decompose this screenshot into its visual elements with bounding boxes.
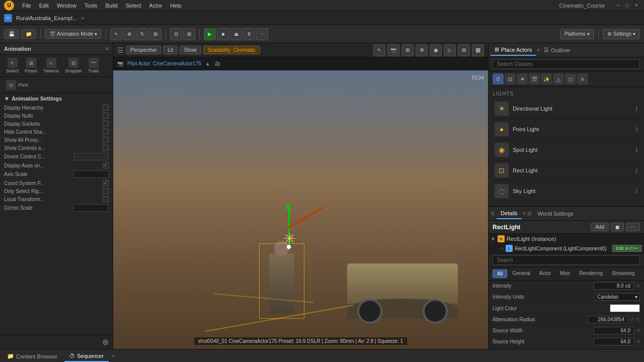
- directional-light-info[interactable]: ℹ: [635, 105, 638, 112]
- tab-streaming[interactable]: Streaming: [608, 269, 639, 278]
- settings-btn[interactable]: ⚙ Settings ▾: [603, 29, 640, 39]
- search-classes-input[interactable]: [493, 59, 640, 69]
- expand-tool[interactable]: ▷: [444, 44, 456, 56]
- setting-check-2[interactable]: [103, 121, 109, 127]
- lit-btn[interactable]: Lit: [163, 46, 178, 54]
- more-play[interactable]: ⋯: [256, 28, 268, 40]
- trails-tool-btn[interactable]: 〜 Trails: [86, 57, 101, 74]
- grid-btn[interactable]: ⊞: [183, 28, 195, 40]
- setting-check-5[interactable]: [103, 145, 109, 151]
- intensity-reset-icon[interactable]: ↺: [636, 283, 640, 289]
- play-button[interactable]: ▶: [204, 28, 216, 40]
- setting-check-7[interactable]: [103, 162, 109, 168]
- pilot-camera-btn[interactable]: 🎥: [214, 61, 220, 66]
- mode-selector[interactable]: 🎬 Animation Mode ▾: [45, 29, 102, 39]
- volumes-btn[interactable]: ◻: [565, 73, 576, 84]
- details-search-input[interactable]: [493, 255, 640, 265]
- viewport-mode-btn[interactable]: ▦: [472, 44, 484, 56]
- setting-check-3[interactable]: [103, 129, 109, 135]
- menu-file[interactable]: File: [18, 2, 35, 10]
- sky-light-item[interactable]: ◌ Sky Light ℹ: [493, 181, 640, 202]
- rect-light-info[interactable]: ℹ: [635, 167, 638, 174]
- light-color-swatch[interactable]: [610, 304, 640, 312]
- camera-add-btn[interactable]: 📷: [387, 44, 399, 56]
- viewport-content[interactable]: ✳ shot0040_01 CineCameraActor175 Preset:…: [113, 70, 488, 349]
- setting-check-9[interactable]: [103, 180, 109, 186]
- pause-button[interactable]: ⏸: [243, 28, 255, 40]
- setting-check-11[interactable]: [103, 196, 109, 202]
- driven-control-input[interactable]: [73, 153, 109, 160]
- pivot-tool-btn[interactable]: ⊙ Pivot: [4, 79, 109, 91]
- sky-light-info[interactable]: ℹ: [635, 188, 638, 195]
- tab-world-settings[interactable]: World Settings: [533, 209, 577, 219]
- menu-edit[interactable]: Edit: [35, 2, 53, 10]
- tab-all[interactable]: All: [493, 269, 507, 278]
- menu-help[interactable]: Help: [166, 2, 186, 10]
- rect-light-item[interactable]: ⊡ Rect Light ℹ: [493, 160, 640, 181]
- settings-tool[interactable]: ⚙: [416, 44, 428, 56]
- gizmo-scale-input[interactable]: 1.0: [73, 204, 109, 212]
- recently-placed-btn[interactable]: ⏱: [493, 73, 504, 84]
- platforms-btn[interactable]: Platforms ▾: [560, 29, 594, 39]
- open-button[interactable]: 📁: [21, 29, 36, 39]
- point-light-info[interactable]: ℹ: [635, 126, 638, 133]
- menu-tools[interactable]: Tools: [80, 2, 102, 10]
- tab-details[interactable]: Details: [497, 208, 522, 219]
- pilot-up-btn[interactable]: ▲: [205, 61, 210, 66]
- actor-row-0[interactable]: ▼ R RectLight (Instance): [489, 234, 644, 244]
- vr-tool[interactable]: ◉: [430, 44, 442, 56]
- source-height-arrow[interactable]: ↺: [636, 339, 640, 344]
- source-height-value[interactable]: 64.0: [594, 338, 634, 345]
- eject-button[interactable]: ⏏: [230, 28, 242, 40]
- perspective-btn[interactable]: Perspective: [126, 46, 161, 54]
- select-tool-btn[interactable]: ↖ Select: [4, 57, 21, 74]
- scalability-btn[interactable]: Scalability: Cinematic: [203, 46, 260, 54]
- intensity-value[interactable]: 8.0 cd: [594, 282, 634, 290]
- visual-effects-btn[interactable]: ✨: [541, 73, 552, 84]
- geometry-btn[interactable]: △: [553, 73, 564, 84]
- setting-check-10[interactable]: [103, 188, 109, 194]
- close-btn[interactable]: ×: [633, 2, 640, 9]
- basic-shapes-btn[interactable]: ⊡: [505, 73, 516, 84]
- cinematic-btn[interactable]: 🎬: [529, 73, 540, 84]
- snap-btn[interactable]: ⊟: [170, 28, 182, 40]
- point-light-item[interactable]: ● Point Light ℹ: [493, 119, 640, 140]
- maximize-btn[interactable]: □: [624, 2, 631, 9]
- directional-light-item[interactable]: ☀ Directional Light ℹ: [493, 99, 640, 119]
- details-close[interactable]: ×: [523, 211, 526, 216]
- rotate-tool[interactable]: ↻: [136, 28, 148, 40]
- menu-window[interactable]: Window: [53, 2, 80, 10]
- tab-sequencer[interactable]: ⏱ Sequencer: [64, 351, 109, 362]
- menu-select[interactable]: Select: [122, 2, 145, 10]
- select-tool[interactable]: ↖: [110, 28, 122, 40]
- save-button[interactable]: 💾: [4, 29, 19, 39]
- grid-tool[interactable]: ⊞: [401, 44, 414, 56]
- edit-cpp-btn[interactable]: Edit in C++: [612, 245, 642, 252]
- maximize-viewport[interactable]: ⊞: [458, 44, 470, 56]
- more-btn[interactable]: ⋯: [626, 223, 640, 231]
- menu-actor[interactable]: Actor: [145, 2, 167, 10]
- tab-actor[interactable]: Actor: [535, 269, 555, 278]
- attenuation-reset-1[interactable]: ↺: [630, 317, 634, 322]
- translate-tool[interactable]: ⊕: [123, 28, 135, 40]
- tab-content-browser[interactable]: 📁 Content Browser: [2, 351, 62, 361]
- panel-expand-btn[interactable]: ⊕: [102, 337, 109, 347]
- hamburger-icon[interactable]: ☰: [117, 46, 124, 54]
- minimize-btn[interactable]: ─: [615, 2, 622, 9]
- source-width-value[interactable]: 64.0: [594, 327, 634, 334]
- spot-light-item[interactable]: ◉ Spot Light ℹ: [493, 140, 640, 160]
- menu-build[interactable]: Build: [102, 2, 122, 10]
- tab-place-actors[interactable]: ⊞ Place Actors: [491, 44, 536, 56]
- tab-general[interactable]: General: [508, 269, 534, 278]
- setting-check-4[interactable]: [103, 137, 109, 143]
- sequencer-close[interactable]: ×: [112, 353, 115, 359]
- tab-outliner[interactable]: ☰ Outliner: [540, 45, 575, 55]
- tab-rendering[interactable]: Rendering: [576, 269, 607, 278]
- tab-misc[interactable]: Misc: [556, 269, 575, 278]
- show-btn[interactable]: Show: [180, 46, 201, 54]
- project-tab-close[interactable]: ×: [81, 15, 84, 21]
- attenuation-value[interactable]: 266.043854: [588, 316, 628, 323]
- cursor-tool[interactable]: ↖: [373, 44, 385, 56]
- add-component-btn[interactable]: Add: [591, 223, 609, 231]
- stop-button[interactable]: ■: [217, 28, 229, 40]
